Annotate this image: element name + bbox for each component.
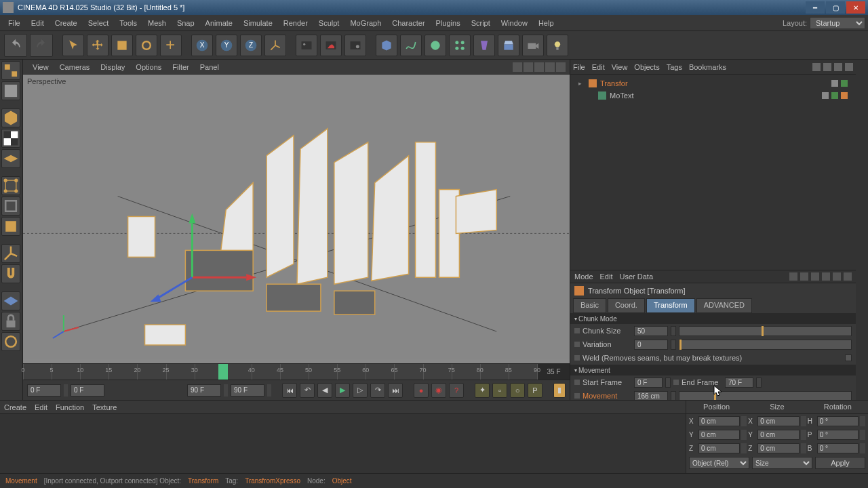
last-tool[interactable] — [160, 35, 182, 56]
select-tool[interactable] — [62, 35, 84, 56]
viewport-icon[interactable] — [556, 62, 566, 72]
model-mode-button[interactable] — [1, 81, 20, 100]
move-tool[interactable] — [87, 35, 108, 56]
tree-item-transform[interactable]: ▸ Transfor — [573, 77, 853, 89]
axis-button[interactable] — [1, 244, 20, 263]
range-start-field[interactable]: 0 F — [71, 384, 104, 396]
spinner-icon[interactable] — [224, 384, 228, 396]
menu-help[interactable]: Help — [533, 16, 559, 30]
panel-menu[interactable]: Panel — [195, 61, 224, 73]
object-mode-button[interactable] — [1, 108, 20, 127]
viewport-icon[interactable] — [513, 62, 522, 72]
play-button[interactable]: ▶ — [335, 383, 350, 398]
viewport-solo-button[interactable] — [1, 291, 20, 310]
camera-button[interactable] — [522, 35, 544, 56]
variation-field[interactable]: 0 — [634, 340, 668, 350]
menu-window[interactable]: Window — [496, 16, 533, 30]
record-button[interactable]: ● — [414, 383, 429, 398]
nav-back-icon[interactable] — [789, 272, 797, 281]
menu-snap[interactable]: Snap — [172, 16, 200, 30]
rot-field[interactable]: 0 ° — [817, 416, 859, 426]
edges-mode-button[interactable] — [1, 197, 20, 216]
end-frame-field[interactable]: 70 F — [725, 378, 753, 388]
om-file[interactable]: File — [573, 63, 585, 71]
close-button[interactable]: ✕ — [846, 1, 865, 14]
next-key-button[interactable]: ↷ — [370, 383, 385, 398]
size-field[interactable]: 0 cm — [757, 416, 799, 426]
pos-field[interactable]: 0 cm — [698, 443, 740, 453]
view-menu[interactable]: View — [27, 61, 54, 73]
anim-dot[interactable] — [574, 342, 580, 347]
pos-field[interactable]: 0 cm — [698, 416, 740, 426]
light-button[interactable] — [547, 35, 568, 56]
workplane-button[interactable] — [1, 149, 20, 168]
maximize-button[interactable]: ▢ — [826, 1, 845, 14]
object-tree[interactable]: ▸ Transfor MoText — [570, 75, 856, 270]
pos-key-button[interactable]: ✦ — [475, 383, 490, 398]
mat-texture[interactable]: Texture — [92, 403, 117, 411]
nav-up-icon[interactable] — [800, 272, 808, 281]
options-menu[interactable]: Options — [130, 61, 167, 73]
om-icon[interactable] — [845, 63, 853, 71]
range-end-field[interactable]: 90 F — [187, 384, 221, 396]
menu-select[interactable]: Select — [83, 16, 115, 30]
right-dock-tabs[interactable] — [856, 60, 868, 400]
menu-render[interactable]: Render — [278, 16, 313, 30]
anim-dot[interactable] — [673, 380, 679, 385]
deformer-button[interactable] — [473, 35, 495, 56]
om-view[interactable]: View — [612, 63, 628, 71]
viewport-icon[interactable] — [534, 62, 544, 72]
render-picture-button[interactable] — [320, 35, 342, 56]
scale-key-button[interactable]: ▫ — [492, 383, 507, 398]
spinner-icon[interactable] — [671, 340, 676, 350]
next-frame-button[interactable]: ▷ — [353, 383, 368, 398]
end-frame-field[interactable]: 90 F — [231, 384, 264, 396]
playhead[interactable] — [218, 364, 228, 380]
mat-create[interactable]: Create — [4, 403, 26, 411]
x-axis-button[interactable]: X — [191, 35, 213, 56]
spline-button[interactable] — [400, 35, 422, 56]
attr-edit[interactable]: Edit — [600, 272, 613, 281]
variation-slider[interactable] — [679, 340, 852, 350]
scale-tool[interactable] — [111, 35, 133, 56]
spinner-icon[interactable] — [756, 378, 762, 388]
viewport-loop-button[interactable] — [1, 332, 20, 351]
chunk-size-slider[interactable] — [679, 326, 852, 336]
size-field[interactable]: 0 cm — [757, 430, 799, 440]
spinner-icon[interactable] — [671, 391, 676, 401]
perspective-viewport[interactable]: Perspective — [23, 75, 570, 363]
menu-character[interactable]: Character — [387, 16, 430, 30]
section-chunk[interactable]: Chunk Mode — [570, 313, 856, 324]
menu-simulate[interactable]: Simulate — [238, 16, 278, 30]
param-key-button[interactable]: P — [528, 383, 542, 398]
menu-mograph[interactable]: MoGraph — [344, 16, 387, 30]
tab-transform[interactable]: Transform — [646, 298, 695, 313]
size-field[interactable]: 0 cm — [757, 443, 799, 453]
rot-field[interactable]: 0 ° — [817, 430, 859, 440]
snap-button[interactable] — [1, 264, 20, 283]
environment-button[interactable] — [498, 35, 519, 56]
redo-button[interactable] — [30, 34, 53, 57]
render-settings-button[interactable] — [344, 35, 366, 56]
array-button[interactable] — [449, 35, 471, 56]
timeline-ruler[interactable]: 051015202530354045505560657075808590 35 … — [23, 363, 570, 380]
section-movement[interactable]: Movement — [570, 365, 856, 375]
undo-button[interactable] — [4, 34, 27, 57]
menu-sculpt[interactable]: Sculpt — [313, 16, 345, 30]
enable-tag[interactable] — [831, 92, 838, 99]
menu-tools[interactable]: Tools — [114, 16, 142, 30]
make-editable-button[interactable] — [1, 61, 20, 80]
anim-dot[interactable] — [574, 380, 580, 385]
mat-edit[interactable]: Edit — [35, 403, 47, 411]
chunk-size-field[interactable]: 50 — [634, 326, 668, 336]
layout-select[interactable]: Startup — [810, 17, 865, 29]
expand-icon[interactable]: ▸ — [578, 80, 585, 87]
om-icon[interactable] — [834, 63, 842, 71]
om-edit[interactable]: Edit — [592, 63, 605, 71]
goto-end-button[interactable]: ⏭ — [388, 383, 403, 398]
pos-field[interactable]: 0 cm — [698, 430, 740, 440]
spinner-icon[interactable] — [671, 326, 676, 336]
spinner-icon[interactable] — [665, 378, 671, 388]
points-mode-button[interactable] — [1, 176, 20, 195]
texture-mode-button[interactable] — [1, 129, 20, 148]
